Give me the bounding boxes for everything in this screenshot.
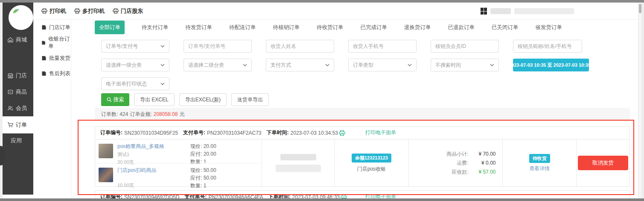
- scrollbar-thumb[interactable]: [639, 4, 641, 13]
- sub-item-batch-shipping[interactable]: 批量发货: [33, 50, 71, 66]
- tab-pending-verification[interactable]: 待核销订单: [273, 24, 300, 31]
- rail-item-mall[interactable]: 商城: [3, 35, 33, 44]
- order-amount-value: 208058.08: [154, 111, 178, 117]
- rail-item-orders[interactable]: 订单: [3, 116, 33, 133]
- sub-item-label: 门店订单: [49, 24, 70, 31]
- order-customer-column: [262, 139, 334, 186]
- receivable-label: 应收款:: [426, 168, 469, 176]
- order-sn-value: SN230703094697DD5D: [124, 194, 179, 199]
- redacted-customer-phone: [276, 165, 321, 172]
- sub-item-label: 售后列表: [49, 70, 70, 77]
- order-card: 订单编号: SN2307031034D95F25 支付单号: PN2307031…: [95, 126, 630, 187]
- verifier-name-input[interactable]: [513, 40, 582, 53]
- rail-item-label: 会员: [16, 104, 27, 112]
- view-detail-link[interactable]: 查看详情: [529, 165, 550, 172]
- receiver-name-input[interactable]: [266, 40, 334, 53]
- left-rail: 商城 门店 商品 会员 订单: [3, 3, 33, 195]
- pay-method-select[interactable]: 支付方式: [266, 59, 334, 71]
- order-sn-label: 订单编号:: [100, 129, 122, 136]
- product-price-block: 现价: 50.00 应付: 50.00 数量: 1: [190, 166, 216, 189]
- scrollbar[interactable]: [638, 3, 641, 198]
- tab-all-orders[interactable]: 全部订单: [95, 21, 125, 34]
- filter-row-2: 请选择一级分类 请选择二级分类 支付方式 订单类型 不搜索时间 2023-07-…: [101, 59, 638, 71]
- avatar[interactable]: [9, 5, 33, 30]
- rail-item-label: 门店: [16, 72, 27, 80]
- filter-row-3: 电子面单打印状态: [101, 77, 638, 90]
- export-excel-button[interactable]: 导出 EXCEL: [134, 93, 175, 106]
- print-receipt-icon[interactable]: [339, 130, 345, 136]
- print-eorder-link[interactable]: 打印电子面单: [365, 193, 396, 198]
- store-shareholder-button[interactable]: 门店股东: [113, 7, 143, 15]
- chevron-down-icon: [160, 45, 165, 47]
- topbar: 打印机 多打印机 门店股东: [33, 3, 638, 20]
- tab-pending-shipment[interactable]: 待发货订单: [186, 24, 213, 31]
- export-excel-new-button[interactable]: 导出EXCEL(新): [179, 93, 227, 106]
- sub-item-store-orders[interactable]: 门店订单: [33, 20, 71, 35]
- rail-item-members[interactable]: 会员: [3, 103, 33, 113]
- delivery-note-export-button[interactable]: 送货单导出: [231, 93, 269, 106]
- product-payable: 应付: 20.00: [190, 150, 216, 158]
- sub-sidebar: 门店订单 收银台订单 批量发货 售后列表: [33, 20, 71, 198]
- order-count-label: 订单数:: [101, 111, 118, 118]
- main-content: 全部订单 待支付订单 待发货订单 待配送订单 待核销订单 待收货订单 已完成订单…: [71, 20, 638, 198]
- document-icon: [41, 71, 47, 76]
- sub-item-aftersale-list[interactable]: 售后列表: [33, 66, 71, 81]
- print-eorder-link[interactable]: 打印电子面单: [365, 129, 396, 136]
- rail-item-apps[interactable]: 应用: [3, 136, 33, 145]
- order-no-type-select[interactable]: 订单号/支付号: [101, 40, 169, 53]
- tab-pending-payment[interactable]: 待支付订单: [142, 24, 169, 31]
- print-receipt-icon[interactable]: [341, 194, 347, 199]
- receiver-phone-input[interactable]: [348, 40, 417, 53]
- tab-pending-delivery[interactable]: 待配送订单: [229, 24, 256, 31]
- date-range-button[interactable]: 2023-07-03 10:35 至 2023-07-03 10:35: [513, 59, 589, 71]
- order-card-header: 订单编号: SN2307031034D95F25 支付单号: PN2307031…: [95, 127, 629, 139]
- order-no-input[interactable]: [184, 40, 252, 53]
- verifier-id-input[interactable]: [431, 40, 499, 53]
- tab-closed[interactable]: 已关闭订单: [492, 24, 519, 31]
- redacted-account-info: [514, 8, 574, 14]
- subtotal-label: 商品小计:: [426, 150, 469, 158]
- payment-balance-badge: 余额123213123: [352, 154, 391, 163]
- cart-icon: [7, 122, 14, 128]
- tab-urge-shipment[interactable]: 催发货订单: [536, 24, 562, 31]
- product-name-link[interactable]: 门店pos扫码商品: [117, 167, 186, 174]
- tab-return-exchange[interactable]: 退换货订单: [404, 24, 431, 31]
- product-payable: 应付: 50.00: [190, 174, 216, 182]
- storefront-icon: [7, 73, 14, 79]
- product-name-link[interactable]: pos称重商品_多规格: [117, 143, 186, 150]
- receivable-value: ¥ 57.00: [468, 168, 495, 176]
- multi-printer-button[interactable]: 多打印机: [74, 7, 105, 15]
- search-button[interactable]: 搜索: [101, 93, 129, 106]
- rail-item-goods[interactable]: 商品: [3, 87, 33, 97]
- order-card-header: 订单编号: SN230703094697DD5D 支付单号: PN2307030…: [95, 191, 629, 198]
- eorder-print-status-select[interactable]: 电子面单打印状态: [101, 77, 169, 90]
- topbar-account-area[interactable]: [481, 3, 574, 20]
- order-card-body: pos称重商品_多规格 测试1 20.00克 现价: 20.00 应付: 20.…: [95, 139, 629, 186]
- rail-item-store[interactable]: 门店: [3, 71, 33, 80]
- sub-item-cashier-orders[interactable]: 收银台订单: [33, 35, 71, 50]
- tab-completed[interactable]: 已完成订单: [361, 24, 388, 31]
- printer-button[interactable]: 打印机: [41, 7, 66, 15]
- date-range-label: 2023-07-03 10:35 至 2023-07-03 10:35: [509, 62, 591, 68]
- order-action-column: 取消发货: [576, 139, 629, 186]
- order-time-value: 2023-07-03 09:46:33: [292, 194, 340, 199]
- printer-icon: [74, 8, 80, 14]
- time-search-select[interactable]: 不搜索时间: [431, 59, 499, 71]
- product-row: pos称重商品_多规格 测试1 20.00克 现价: 20.00 应付: 20.…: [95, 139, 262, 163]
- category-level2-select[interactable]: 请选择二级分类: [184, 59, 252, 71]
- receivable-row: 应收款: ¥ 57.00: [426, 168, 496, 176]
- order-type-select[interactable]: 订单类型: [348, 59, 417, 71]
- payment-method: 门店pos收银: [357, 166, 386, 173]
- order-sn-label: 订单编号:: [100, 193, 122, 198]
- window-frame-right: [641, 3, 644, 198]
- product-weight: 10.00克: [117, 182, 186, 189]
- cancel-shipment-button[interactable]: 取消发货: [578, 156, 628, 170]
- product-price: 现价: 20.00: [190, 142, 216, 150]
- order-payno-label: 支付单号:: [184, 193, 207, 198]
- drawer-handle[interactable]: [0, 146, 5, 166]
- category-level1-select[interactable]: 请选择一级分类: [101, 59, 169, 71]
- tab-pending-receipt[interactable]: 待收货订单: [317, 24, 344, 31]
- product-spec: [117, 175, 186, 181]
- tab-refunded[interactable]: 已退款订单: [448, 24, 475, 31]
- order-time-value: 2023-07-03 10:34:53: [291, 130, 338, 136]
